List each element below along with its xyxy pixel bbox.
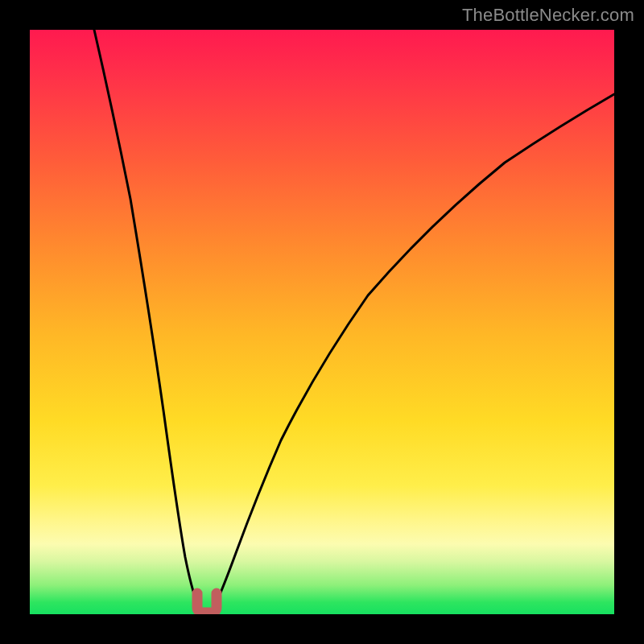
chart-plot-area bbox=[30, 30, 614, 614]
chart-curves-svg bbox=[30, 30, 614, 614]
curve-left-branch bbox=[94, 30, 197, 604]
watermark-text: TheBottleNecker.com bbox=[462, 5, 634, 26]
chart-frame: TheBottleNecker.com bbox=[0, 0, 644, 644]
curve-right-branch bbox=[216, 94, 614, 604]
valley-marker bbox=[197, 593, 217, 613]
